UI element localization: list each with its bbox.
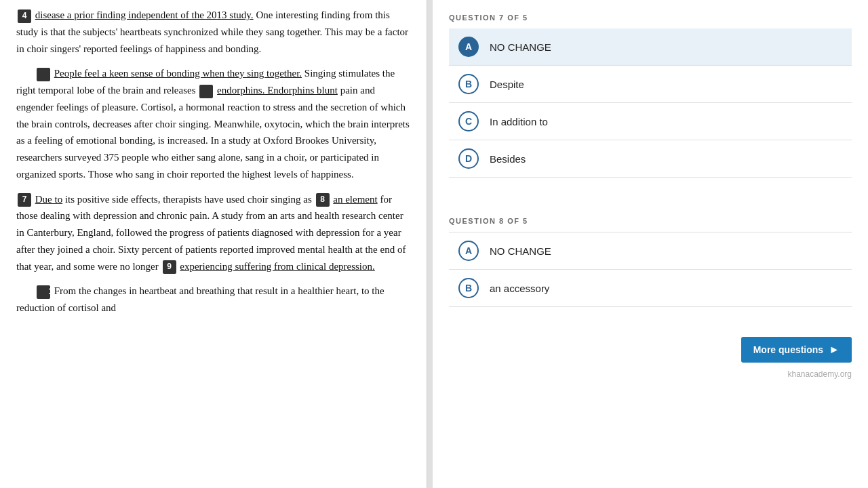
p10-rest: From the changes in heartbeat and breath… — [16, 285, 384, 313]
passage-text: 4 disease a prior finding independent of… — [16, 7, 410, 317]
option-d-circle: D — [458, 148, 479, 169]
badge-8: 8 — [316, 193, 330, 207]
p7-rest1: its positive side effects, therapists ha… — [65, 194, 312, 205]
question-7-option-c[interactable]: C In addition to — [449, 103, 852, 140]
question-7-section: QUESTION 7 OF 5 A NO CHANGE B Despite C … — [449, 7, 852, 178]
question-7-option-b[interactable]: B Despite — [449, 66, 852, 103]
p5-link1: People feel a keen sense of bonding when… — [54, 68, 302, 79]
badge-7: 7 — [18, 193, 31, 207]
option-b-circle-q8: B — [458, 278, 479, 298]
option-a-circle-q8: A — [458, 241, 479, 261]
badge-9: 9 — [163, 260, 176, 274]
badge-4: 4 — [18, 9, 31, 23]
question-8-option-a[interactable]: A NO CHANGE — [449, 232, 852, 270]
question-8-label: QUESTION 8 OF 5 — [449, 210, 852, 225]
option-b-circle: B — [458, 74, 479, 94]
option-c-circle: C — [458, 111, 479, 131]
arrow-icon: ► — [829, 344, 840, 356]
panel-divider — [427, 0, 433, 488]
option-a-text: NO CHANGE — [490, 41, 551, 53]
p7-rest2: for those dealing with depression and ch… — [16, 194, 406, 272]
question-7-option-a[interactable]: A NO CHANGE — [449, 28, 852, 66]
passage-panel: 4 disease a prior finding independent of… — [0, 0, 427, 488]
p4-link-text: disease a prior finding independent of t… — [35, 9, 254, 20]
option-d-text: Besides — [490, 153, 526, 165]
p7-link3: experiencing suffering from clinical dep… — [180, 261, 375, 272]
bottom-bar: More questions ► khanacademy.org — [449, 326, 852, 382]
badge-6: 6 — [199, 85, 213, 98]
option-a-text-q8: NO CHANGE — [490, 245, 551, 257]
p7-link2: an element — [333, 194, 377, 205]
p7-link1: Due to — [35, 194, 62, 205]
option-a-circle: A — [458, 37, 479, 57]
questions-panel: QUESTION 7 OF 5 A NO CHANGE B Despite C … — [433, 0, 868, 488]
more-questions-button[interactable]: More questions ► — [741, 337, 852, 363]
question-7-label: QUESTION 7 OF 5 — [449, 7, 852, 22]
badge-5: 5 — [37, 68, 50, 81]
khanacademy-watermark: khanacademy.org — [788, 367, 852, 382]
p5-link2: endorphins. Endorphins blunt — [217, 85, 338, 96]
more-questions-label: More questions — [753, 344, 823, 355]
option-c-text: In addition to — [490, 116, 548, 127]
p5-rest2: pain and engender feelings of pleasure. … — [16, 85, 410, 180]
badge-10: 10 — [37, 285, 50, 299]
option-b-text-q8: an accessory — [490, 283, 549, 294]
question-8-option-b[interactable]: B an accessory — [449, 270, 852, 307]
question-7-option-d[interactable]: D Besides — [449, 140, 852, 178]
option-b-text: Despite — [490, 79, 524, 90]
question-8-section: QUESTION 8 OF 5 A NO CHANGE B an accesso… — [449, 210, 852, 307]
